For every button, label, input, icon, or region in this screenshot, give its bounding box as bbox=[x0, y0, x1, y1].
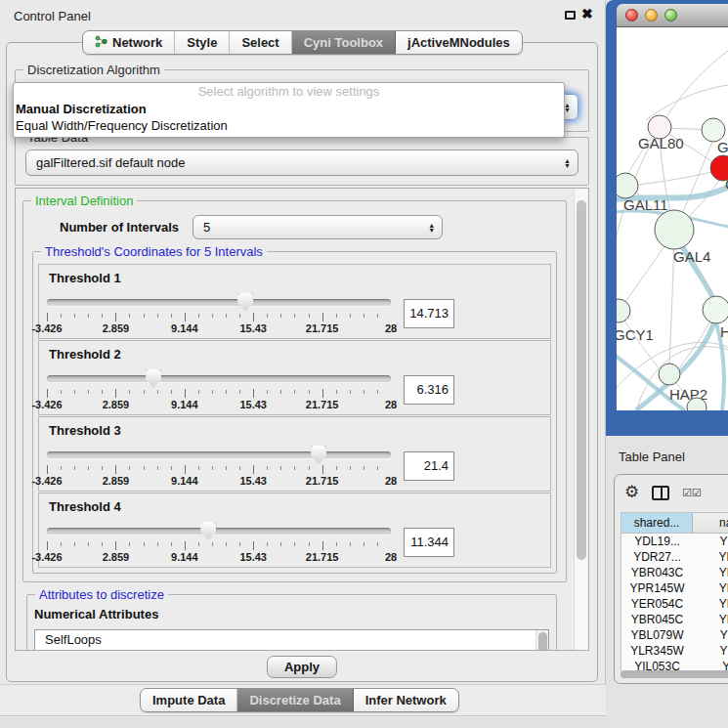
table-row[interactable]: YDL19...YDL1 bbox=[621, 534, 728, 549]
node-label: GCY1 bbox=[617, 326, 654, 343]
popup-prompt: Select algorithm to view settings bbox=[14, 83, 564, 101]
column-header-name[interactable]: name bbox=[693, 513, 728, 533]
network-view-window[interactable]: GAL80GCGAL11GAL4GCY1HHAP2 bbox=[606, 0, 728, 436]
table-cell[interactable]: YER0 bbox=[693, 596, 728, 612]
combo-arrows-icon: ▲▼ bbox=[564, 150, 571, 175]
node-label: GAL80 bbox=[638, 135, 684, 151]
table-cell[interactable]: YDL1 bbox=[693, 534, 728, 549]
tab-jactivemnodules[interactable]: jActiveMNodules bbox=[396, 31, 522, 54]
threshold-4-slider[interactable]: -3.4262.8599.14415.4321.71528 bbox=[47, 521, 391, 564]
popup-option-manual[interactable]: Manual Discretization bbox=[14, 101, 564, 117]
network-icon bbox=[95, 35, 107, 51]
network-node[interactable] bbox=[703, 296, 728, 323]
list-item[interactable]: TopologicalCoefficient bbox=[45, 649, 548, 652]
attributes-list[interactable]: SelfLoops TopologicalCoefficient Between… bbox=[34, 629, 549, 651]
slider-tick-labels: -3.4262.8599.14415.4321.71528 bbox=[47, 475, 391, 488]
table-cell[interactable]: YBR0 bbox=[693, 612, 728, 627]
slider-track[interactable] bbox=[47, 528, 391, 535]
threshold-3-panel: Threshold 3 -3.4262.8599.14415.4321.7152… bbox=[38, 416, 551, 492]
table-cell[interactable]: YDL19... bbox=[621, 534, 693, 549]
table-cell[interactable]: YBR0 bbox=[693, 565, 728, 580]
threshold-1-slider[interactable]: -3.4262.8599.14415.4321.71528 bbox=[47, 292, 391, 335]
table-row[interactable]: YBR043CYBR0 bbox=[621, 565, 728, 580]
apply-button[interactable]: Apply bbox=[267, 656, 337, 678]
table-cell[interactable]: YLR3 bbox=[693, 643, 728, 659]
threshold-3-value-field[interactable]: 21.4 bbox=[404, 451, 454, 481]
threshold-3-slider[interactable]: -3.4262.8599.14415.4321.71528 bbox=[47, 445, 391, 488]
network-node[interactable] bbox=[659, 364, 680, 385]
slider-thumb[interactable] bbox=[237, 293, 253, 312]
table-cell[interactable]: YDR2 bbox=[693, 549, 728, 565]
group-title: Interval Definition bbox=[31, 193, 137, 208]
tab-infer-network[interactable]: Infer Network bbox=[354, 689, 458, 711]
table-cell[interactable]: YPR145W bbox=[621, 580, 693, 596]
slider-thumb[interactable] bbox=[146, 369, 161, 388]
tab-network[interactable]: Network bbox=[83, 31, 175, 54]
table-row[interactable]: YBL079WYBL0 bbox=[621, 627, 728, 643]
slider-thumb[interactable] bbox=[200, 522, 216, 540]
table-row[interactable]: YBR045CYBR0 bbox=[621, 612, 728, 627]
columns-icon[interactable] bbox=[652, 486, 669, 500]
table-row[interactable]: YDR27...YDR2 bbox=[621, 549, 728, 565]
threshold-1-value-field[interactable]: 14.713 bbox=[404, 299, 454, 328]
slider-ticks bbox=[47, 465, 391, 474]
table-row[interactable]: YER054CYER0 bbox=[621, 596, 728, 612]
float-window-icon[interactable] bbox=[565, 11, 576, 20]
table-cell[interactable]: YBR043C bbox=[621, 565, 693, 580]
table-cell[interactable]: YLR345W bbox=[621, 643, 693, 659]
list-item[interactable]: SelfLoops bbox=[45, 632, 548, 649]
table-cell[interactable]: YBR045C bbox=[621, 612, 693, 627]
table-row[interactable]: YLR345WYLR3 bbox=[621, 643, 728, 659]
network-node[interactable] bbox=[617, 173, 638, 198]
slider-track[interactable] bbox=[47, 451, 391, 458]
threshold-2-value-field[interactable]: 6.316 bbox=[404, 375, 454, 405]
select-columns-icon[interactable]: ☑☑ bbox=[682, 487, 702, 499]
group-title: Discretization Algorithm bbox=[23, 63, 164, 77]
zoom-traffic-light[interactable] bbox=[664, 9, 677, 21]
table-cell[interactable]: YBL079W bbox=[621, 627, 693, 643]
tab-select[interactable]: Select bbox=[230, 31, 291, 54]
number-of-intervals-combobox[interactable]: 5 ▲▼ bbox=[193, 215, 443, 239]
interval-definition-group: Interval Definition Number of Intervals … bbox=[22, 200, 567, 582]
gear-icon[interactable]: ⚙ bbox=[624, 485, 639, 500]
network-node[interactable] bbox=[617, 299, 630, 322]
slider-track[interactable] bbox=[47, 375, 391, 382]
settings-scrollbar[interactable] bbox=[574, 189, 588, 650]
column-header-shared-name[interactable]: shared... bbox=[621, 513, 693, 533]
table-row[interactable]: YPR145WYPR1 bbox=[621, 580, 728, 596]
bottom-band-2 bbox=[0, 717, 606, 728]
table-horizontal-scrollbar[interactable] bbox=[621, 670, 728, 678]
threshold-1-panel: Threshold 1 -3.4262.8599.14415.4321.7152… bbox=[38, 264, 551, 339]
table-toolbar: ⚙ ☑☑ bbox=[615, 475, 728, 506]
close-traffic-light[interactable] bbox=[625, 9, 638, 21]
table-cell[interactable]: YER054C bbox=[621, 596, 693, 612]
tab-cyni-toolbox[interactable]: Cyni Toolbox bbox=[292, 31, 396, 54]
network-canvas[interactable]: GAL80GCGAL11GAL4GCY1HHAP2 bbox=[617, 27, 728, 410]
threshold-4-panel: Threshold 4 -3.4262.8599.14415.4321.7152… bbox=[38, 492, 551, 568]
minimize-traffic-light[interactable] bbox=[645, 9, 658, 21]
table-cell[interactable]: YDR27... bbox=[621, 549, 693, 565]
slider-thumb[interactable] bbox=[311, 446, 326, 464]
threshold-2-slider[interactable]: -3.4262.8599.14415.4321.71528 bbox=[47, 368, 391, 411]
network-node[interactable] bbox=[655, 210, 694, 249]
top-tab-bar: Network Style Select Cyni Toolbox jActiv… bbox=[82, 30, 523, 55]
table-cell[interactable]: YPR1 bbox=[693, 580, 728, 596]
popup-option-equal-width[interactable]: Equal Width/Frequency Discretization bbox=[14, 117, 564, 134]
threshold-4-value-field[interactable]: 11.344 bbox=[404, 528, 454, 557]
node-label: GAL11 bbox=[623, 196, 668, 213]
tab-discretize-data[interactable]: Discretize Data bbox=[237, 689, 353, 711]
bottom-tab-bar: Impute Data Discretize Data Infer Networ… bbox=[140, 688, 459, 712]
numerical-attributes-label: Numerical Attributes bbox=[34, 607, 550, 621]
tab-impute-data[interactable]: Impute Data bbox=[141, 689, 237, 711]
slider-ticks bbox=[47, 313, 391, 321]
list-scrollbar[interactable] bbox=[535, 630, 548, 651]
slider-track[interactable] bbox=[47, 299, 391, 306]
table-data-combobox[interactable]: galFiltered.sif default node ▲▼ bbox=[25, 150, 578, 176]
tab-style[interactable]: Style bbox=[175, 31, 230, 54]
table-cell[interactable]: YBL0 bbox=[693, 627, 728, 643]
thresholds-group: Threshold's Coordinates for 5 Intervals … bbox=[32, 251, 557, 574]
network-window-titlebar[interactable] bbox=[617, 4, 728, 27]
slider-ticks bbox=[47, 541, 391, 550]
slider-tick-labels: -3.4262.8599.14415.4321.71528 bbox=[47, 551, 391, 564]
close-icon[interactable]: ✖ bbox=[581, 6, 593, 21]
